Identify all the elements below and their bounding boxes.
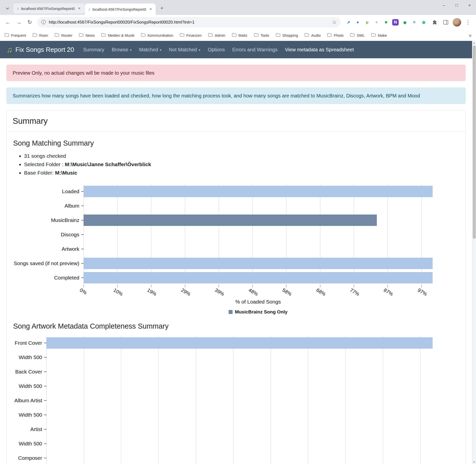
maximize-button[interactable]: □ [450, 0, 463, 11]
green-diamond-extension-icon[interactable]: ◆ [402, 19, 408, 26]
chart-category-text: Width 500 [19, 383, 42, 389]
bookmark-folder[interactable]: SWL [350, 33, 365, 37]
app-brand[interactable]: ♫ Fix Songs Report 20 [6, 45, 74, 54]
bookmark-folder[interactable]: News [79, 33, 95, 37]
nav-item-errors-and-warnings[interactable]: Errors and Warnings [232, 47, 278, 53]
forward-button[interactable]: → [14, 17, 24, 27]
x-tick-label: 29% [180, 287, 191, 297]
green-badge-extension-icon[interactable]: ■ [383, 19, 389, 26]
nav-item-options[interactable]: Options [208, 47, 225, 53]
x-tick-label: 58% [281, 287, 293, 297]
side-panel-button[interactable] [441, 17, 451, 27]
site-info-icon[interactable]: ⓘ [41, 19, 46, 26]
bookmark-folder[interactable]: Audio [304, 33, 321, 37]
url-text[interactable]: http://localhost:4567/FixSongsReport0002… [49, 20, 329, 25]
bookmark-folder[interactable]: Make [371, 33, 387, 37]
chart-row [46, 379, 433, 393]
folder-icon [232, 33, 237, 37]
olive-extension-icon[interactable]: µ [364, 19, 370, 26]
chart-row [84, 227, 433, 242]
y-tick-mark [81, 206, 84, 206]
bullet-text: 31 songs checked [24, 153, 66, 159]
bookmark-label: Photo [334, 33, 343, 37]
chart-bar [84, 272, 433, 283]
chart-x-axis-label: % of Loaded Songs [84, 299, 433, 305]
chart-category-label: Artwork [13, 242, 84, 256]
bookmark-folder[interactable]: Roon [32, 33, 48, 37]
globe-extension-icon[interactable]: ⊕ [420, 19, 427, 26]
tab-search-button[interactable] [3, 4, 12, 13]
browser-tab[interactable]: ♪localhost:4567/FixSongsReport0× [13, 3, 84, 13]
folder-icon [180, 33, 184, 37]
tab-close-icon[interactable]: × [148, 7, 153, 12]
chart-category-text: Width 500 [19, 441, 42, 447]
close-window-button[interactable]: × [463, 0, 476, 11]
bookmark-folder[interactable]: Finanzen [180, 33, 202, 37]
chart-category-text: Width 500 [19, 412, 42, 418]
chart-category-text: Completed [54, 275, 79, 281]
bookmarks-overflow-chevron-icon[interactable]: » [469, 32, 472, 38]
nav-item-label: Summary [83, 47, 104, 53]
bookmark-label: Medien & Musik [108, 33, 134, 37]
chart-category-label: Discogs [13, 227, 84, 242]
address-bar[interactable]: ⓘ http://localhost:4567/FixSongsReport00… [37, 17, 341, 28]
nav-item-browse[interactable]: Browse▾ [112, 47, 132, 53]
y-tick-mark [44, 458, 46, 458]
chart-row [84, 242, 433, 256]
extensions-puzzle-icon[interactable] [430, 17, 440, 27]
x-tick-label: 97% [416, 287, 428, 297]
nav-item-not-matched[interactable]: Not Matched▾ [169, 47, 200, 53]
chevron-down-icon: ▾ [130, 48, 132, 52]
bookmark-folder[interactable]: Admin [208, 33, 225, 37]
bookmark-folder[interactable]: Kommunikation [141, 33, 173, 37]
chart-category-text: Artwork [62, 246, 79, 252]
bullet-text: Selected Folder : [24, 161, 65, 167]
new-tab-button[interactable]: + [158, 4, 166, 12]
chart-category-label: Width 500 [13, 436, 46, 451]
bookmark-folder[interactable]: Photo [327, 33, 343, 37]
blue-layers-extension-icon[interactable]: ≡ [411, 19, 417, 26]
share-extension-icon[interactable]: ↗ [345, 19, 352, 26]
chart-category-label: Completed [13, 271, 84, 285]
nav-item-summary[interactable]: Summary [83, 47, 104, 53]
nav-item-matched[interactable]: Matched▾ [139, 47, 161, 53]
scrollbar-thumb[interactable] [473, 45, 476, 239]
bookmark-folder[interactable]: Frequent [4, 33, 26, 37]
x-tick-label: 48% [248, 287, 259, 297]
extensions-row: ↗●µ+■N◆≡⊕ [343, 19, 429, 26]
bookmark-label: Router [61, 33, 72, 37]
bookmark-folder[interactable]: Shopping [276, 33, 298, 37]
round-blue-extension-icon[interactable]: ● [355, 19, 361, 26]
bullet-bold-text: M:\Music\Janne Schaffer\Överblick [65, 161, 151, 167]
bookmark-folder[interactable]: Maltz [232, 33, 247, 37]
bookmark-label: Maltz [238, 33, 247, 37]
folder-icon [276, 33, 280, 37]
browser-tab[interactable]: ♪localhost:4567/FixSongsReport0× [85, 3, 156, 15]
chart-row [46, 365, 433, 379]
tab-close-icon[interactable]: × [77, 6, 82, 11]
folder-icon [350, 33, 355, 37]
bookmark-label: Finanzen [186, 33, 202, 37]
minimize-button[interactable]: – [437, 0, 450, 11]
y-tick-mark [44, 415, 46, 415]
back-button[interactable]: ← [3, 17, 13, 27]
browser-toolbar: ← → ↻ ⓘ http://localhost:4567/FixSongsRe… [0, 15, 476, 30]
scroll-up-arrow-icon[interactable]: ▲ [472, 41, 476, 45]
bookmark-star-icon[interactable]: ☆ [332, 19, 337, 25]
nav-item-view-metadata-as-spreadsheet[interactable]: View metadata as Spreadsheet [285, 47, 354, 53]
chart-bar [84, 215, 377, 226]
scroll-down-arrow-icon[interactable]: ▼ [472, 460, 476, 464]
y-tick-mark [81, 220, 84, 220]
browser-menu-button[interactable]: ⋮ [463, 17, 473, 27]
chart-legend: MusicBrainz Song Only [84, 309, 433, 315]
window-controls: – □ × [437, 0, 476, 11]
reload-button[interactable]: ↻ [25, 17, 35, 27]
folder-icon [141, 33, 146, 37]
bookmark-folder[interactable]: Router [55, 33, 72, 37]
gray-tool-extension-icon[interactable]: + [373, 19, 380, 26]
profile-avatar[interactable] [453, 18, 461, 27]
bookmark-folder[interactable]: Medien & Musik [101, 33, 134, 37]
bookmark-folder[interactable]: Tools [254, 33, 269, 37]
notion-extension-icon[interactable]: N [392, 19, 399, 26]
page-scrollbar[interactable]: ▲ ▼ [472, 41, 476, 464]
